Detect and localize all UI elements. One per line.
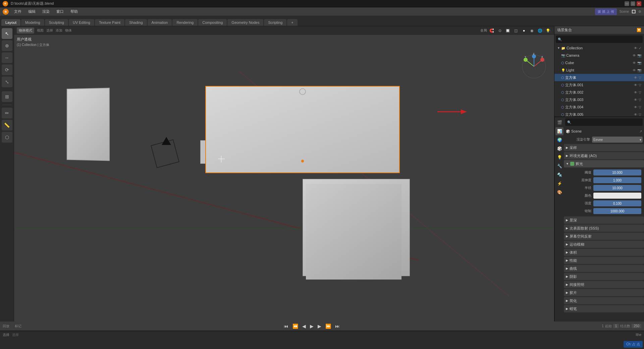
viewport-full-label[interactable]: 全局 <box>480 28 487 33</box>
cube004-v-icon[interactable]: 👁 <box>634 105 637 109</box>
threshold-value[interactable]: 10.000 <box>593 169 641 176</box>
menu-edit[interactable]: 编辑 <box>27 8 37 15</box>
tab-geometry-nodes[interactable]: Geometry Nodes <box>227 19 263 26</box>
outliner-item-camera[interactable]: 📷 Camera 👁 📷 <box>554 52 644 59</box>
jump-end-button[interactable]: ⏭ <box>335 323 340 329</box>
start-frame-value[interactable]: 1 <box>613 324 619 328</box>
menu-file[interactable]: 文件 <box>13 8 23 15</box>
minimize-button[interactable]: — <box>625 1 629 6</box>
tab-uv-editing[interactable]: UV Editing <box>69 19 94 26</box>
camera-render-icon[interactable]: 📷 <box>637 54 641 57</box>
tab-scripting[interactable]: Scripting <box>264 19 286 26</box>
section-perf-title[interactable]: ▶ 性能 <box>564 257 644 264</box>
cube001-r-icon[interactable]: ▽ <box>639 83 641 87</box>
title-bar-controls[interactable]: — □ ✕ <box>625 1 641 6</box>
prop-tab-view-layer[interactable]: 🌍 <box>555 136 564 144</box>
viewport-icon-overlay[interactable]: 🔲 <box>504 27 511 34</box>
section-bloom-title[interactable]: ▼ 辉光 <box>564 160 644 167</box>
tab-texture-paint[interactable]: Texture Paint <box>95 19 124 26</box>
prop-tab-output[interactable]: 📊 <box>555 127 564 135</box>
jump-start-button[interactable]: ⏮ <box>284 323 288 329</box>
prop-tab-modifier[interactable]: 🔩 <box>555 171 564 179</box>
light-render-icon[interactable]: 📷 <box>637 68 641 72</box>
tool-transform[interactable]: ⊞ <box>2 91 12 102</box>
nav-gizmo[interactable]: X Y Z <box>521 53 547 80</box>
outliner-search-input[interactable] <box>563 38 641 41</box>
cube005-r-icon[interactable]: ▽ <box>639 113 641 116</box>
radius-value[interactable]: 10.000 <box>593 185 641 191</box>
section-dof-title[interactable]: ▶ 景深 <box>564 216 644 224</box>
cube003-r-icon[interactable]: ▽ <box>639 98 641 102</box>
close-button[interactable]: ✕ <box>637 1 641 6</box>
tool-rotate[interactable]: ⟳ <box>2 64 12 75</box>
tab-shading[interactable]: Shading <box>125 19 147 26</box>
tool-add[interactable]: ⬡ <box>2 132 12 143</box>
blender-logo-menu[interactable]: B <box>3 9 9 15</box>
section-simplify-title[interactable]: ▶ 简化 <box>564 297 644 304</box>
outliner-item-cube004[interactable]: ⬡ 立方体.004 👁 ▽ <box>554 103 644 111</box>
prop-tab-world[interactable]: 💡 <box>555 153 564 161</box>
scene-expand[interactable]: ↗ <box>639 130 642 133</box>
section-shadows-title[interactable]: ▶ 阴影 <box>564 273 644 280</box>
menu-help[interactable]: 帮助 <box>69 8 79 15</box>
viewport-icon-rendered[interactable]: 🌐 <box>537 27 543 34</box>
prop-tab-object[interactable]: 🔧 <box>555 162 564 170</box>
next-frame-button[interactable]: ▶ <box>318 323 321 329</box>
section-ssr-title[interactable]: ▶ 屏幕空间反射 <box>564 233 644 240</box>
tab-compositing[interactable]: Compositing <box>198 19 227 26</box>
cube002-r-icon[interactable]: ▽ <box>639 91 641 94</box>
tool-measure[interactable]: 📏 <box>2 120 12 131</box>
play-button[interactable]: ▶ <box>310 323 314 329</box>
maximize-button[interactable]: □ <box>631 1 635 6</box>
outliner-item-cube005[interactable]: ⬡ 立方体.005 👁 ▽ <box>554 111 644 117</box>
prop-tab-render[interactable]: 🎬 <box>555 118 564 127</box>
cube003-v-icon[interactable]: 👁 <box>634 98 637 102</box>
prop-tab-physics[interactable]: 🎨 <box>555 188 564 196</box>
outliner-item-cube002[interactable]: ⬡ 立方体.002 👁 ▽ <box>554 89 644 96</box>
outliner-filter-icon[interactable]: 🔽 <box>637 28 641 32</box>
立方体-r-icon[interactable]: ▽ <box>639 76 641 80</box>
tab-rendering[interactable]: Rendering <box>172 19 198 26</box>
menu-window[interactable]: 窗口 <box>55 8 65 15</box>
cube-render-icon[interactable]: 📷 <box>637 61 641 65</box>
prev-keyframe-button[interactable]: ⏪ <box>292 323 298 329</box>
tab-animation[interactable]: Animation <box>148 19 172 26</box>
end-frame-value[interactable]: 250 <box>632 324 641 328</box>
cube004-r-icon[interactable]: ▽ <box>639 105 641 109</box>
viewport-object[interactable]: 物体 <box>65 28 72 33</box>
prop-tab-particles[interactable]: ⚡ <box>555 180 564 188</box>
tab-add[interactable]: + <box>287 19 297 26</box>
viewport-icon-proportional[interactable]: ⊙ <box>496 27 503 34</box>
cube-visibility-icon[interactable]: 👁 <box>633 61 636 65</box>
viewport-view[interactable]: 视图 <box>37 28 44 33</box>
tool-annotate[interactable]: ✏ <box>2 108 12 118</box>
tool-scale[interactable]: ⤡ <box>2 77 12 87</box>
outliner-item-cube001[interactable]: ⬡ 立方体.001 👁 ▽ <box>554 81 644 89</box>
prop-tab-scene[interactable]: 🎲 <box>555 145 564 153</box>
tab-sculpting[interactable]: Sculpting <box>45 19 68 26</box>
tab-modeling[interactable]: Modeling <box>21 19 44 26</box>
light-visibility-icon[interactable]: 👁 <box>633 68 636 72</box>
viewport-icon-solid[interactable]: ● <box>521 27 527 34</box>
section-gp-title[interactable]: ▶ 蜡笔 <box>564 305 644 312</box>
viewport-icon-eevee[interactable]: 💡 <box>545 27 551 34</box>
outliner-search[interactable]: 🔍 <box>556 36 643 43</box>
section-curves-title[interactable]: ▶ 曲线 <box>564 265 644 272</box>
prev-frame-button[interactable]: ◀ <box>302 323 306 329</box>
viewport-add[interactable]: 添加 <box>56 28 62 33</box>
section-vol-title[interactable]: ▶ 体积 <box>564 249 644 256</box>
tool-cursor[interactable]: ⊕ <box>2 40 12 51</box>
cube001-v-icon[interactable]: 👁 <box>634 83 637 87</box>
section-film-title[interactable]: ▶ 胶片 <box>564 289 644 296</box>
render-engine-select[interactable]: Eevee ▾ <box>592 137 643 143</box>
upload-button[interactable]: 拔 抓 上 传 <box>595 8 616 15</box>
outliner-item-light[interactable]: 💡 Light 👁 📷 <box>554 66 644 74</box>
exclude-icon[interactable]: ✓ <box>639 46 641 50</box>
chat-button[interactable]: Ch: 占 点 <box>624 341 643 348</box>
cube002-v-icon[interactable]: 👁 <box>634 91 637 94</box>
properties-search-input[interactable] <box>573 120 641 124</box>
viewport-icon-xray[interactable]: ◫ <box>513 27 519 34</box>
bloom-checkbox[interactable] <box>570 162 574 166</box>
clamp-value[interactable]: 1000.000 <box>593 208 641 214</box>
section-ao-title[interactable]: ▶ 环境光遮蔽 (AO) <box>564 152 644 159</box>
